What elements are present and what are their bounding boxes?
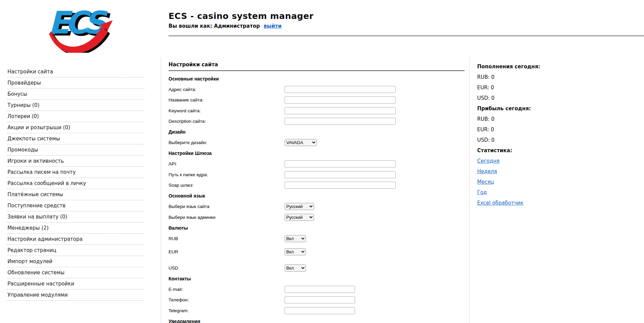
section-header-notifications: Уведомления	[169, 316, 469, 323]
field-label: Путь к папке ядра:	[169, 172, 285, 177]
field-label: RUB	[169, 236, 285, 241]
site-address-input[interactable]	[285, 86, 396, 93]
ecs-logo: ECS	[48, 7, 116, 51]
sidebar-item[interactable]: Турниры (0)	[7, 100, 145, 111]
sidebar-item[interactable]: Платёжные системы	[7, 189, 145, 200]
admin-language-select[interactable]: Русский	[285, 214, 314, 221]
api-input[interactable]	[285, 160, 396, 167]
form-row: API:	[169, 159, 469, 169]
field-label: Keyword сайта:	[169, 108, 285, 113]
stats-value: EUR: 0	[477, 82, 629, 93]
site-language-select[interactable]: Русский	[285, 203, 314, 210]
stats-profit-header: Прибыль сегодня:	[477, 103, 629, 114]
sidebar-item[interactable]: Управление модулями	[7, 290, 145, 301]
form-row: Выбери язык сайта Русский	[169, 201, 469, 212]
email-input[interactable]	[285, 286, 355, 293]
form-row: E-mail:	[169, 284, 469, 295]
field-label: Адрес сайта:	[169, 87, 285, 92]
sidebar-item[interactable]: Настройки сайта	[7, 66, 145, 77]
login-status-text: Вы вошли как: Администратор	[169, 23, 260, 29]
phone-input[interactable]	[285, 296, 355, 303]
section-header-basic: Основные настройки	[169, 73, 469, 84]
section-header-currencies: Валюты	[169, 223, 469, 233]
sidebar-item[interactable]: Джекпоты системы	[7, 133, 145, 144]
telegram-input[interactable]	[285, 307, 355, 314]
form-row: Телефон:	[169, 295, 469, 305]
field-label: Выбери язык сайта	[169, 204, 285, 209]
form-row: Адрес сайта:	[169, 84, 469, 95]
field-label: Soap шлюз:	[169, 183, 285, 188]
site-description-input[interactable]	[285, 118, 396, 125]
stats-deposits-header: Пополнения сегодня:	[477, 61, 629, 72]
form-row: Путь к папке ядра:	[169, 169, 469, 180]
stats-panel: Пополнения сегодня: RUB: 0 EUR: 0 USD: 0…	[477, 61, 629, 208]
form-row: Название сайта:	[169, 95, 469, 106]
sidebar-item[interactable]: Провайдеры	[7, 77, 145, 89]
login-status: Вы вошли как: Администратор выйти	[169, 23, 313, 29]
form-row: Выбери язык админки Русский	[169, 212, 469, 223]
field-label: E-mail:	[169, 287, 285, 292]
field-label: USD	[169, 266, 285, 271]
site-name-input[interactable]	[285, 96, 396, 103]
sidebar-item[interactable]: Менеджеры (2)	[7, 223, 145, 234]
sidebar-item[interactable]: Игроки и активность	[7, 156, 145, 167]
stats-link-week[interactable]: Неделя	[477, 168, 497, 175]
sidebar-item[interactable]: Лотереи (0)	[7, 111, 145, 122]
form-row: EUR Вкл	[169, 247, 469, 257]
section-header-contacts: Контакты	[169, 273, 469, 284]
stats-link-today[interactable]: Сегодня	[477, 158, 499, 164]
sidebar-item[interactable]: Импорт модулей	[7, 256, 145, 267]
field-label: Название сайта:	[169, 97, 285, 102]
form-row: USD Вкл	[169, 263, 469, 274]
soap-gateway-input[interactable]	[285, 182, 396, 189]
stats-link-excel[interactable]: Excel обработчик	[477, 200, 523, 206]
sidebar-item[interactable]: Промокоды	[7, 144, 145, 156]
form-row: Soap шлюз:	[169, 180, 469, 191]
admin-page: { "colors":{"link_blue":"#1767c8","logo_…	[0, 0, 644, 323]
core-path-input[interactable]	[285, 171, 396, 178]
page-title: ECS - casino system manager	[169, 11, 313, 21]
stats-value: USD: 0	[477, 135, 629, 145]
stats-statistics-header: Статистика:	[477, 145, 629, 156]
form-row: RUB Вкл	[169, 233, 469, 244]
site-settings-panel: Настройки сайта Основные настройки Адрес…	[161, 57, 470, 323]
sidebar-item[interactable]: Редактор страниц	[7, 245, 145, 256]
sidebar-item[interactable]: Рассылка сообщений в личку	[7, 178, 145, 189]
panel-divider	[169, 70, 465, 71]
form-row: Telegram:	[169, 305, 469, 316]
panel-title: Настройки сайта	[169, 62, 469, 68]
form-row: Выберите дизайн: VAVADA	[169, 137, 469, 148]
usd-select[interactable]: Вкл	[285, 264, 306, 272]
sidebar-item[interactable]: Настройки администратора	[7, 234, 145, 245]
rub-select[interactable]: Вкл	[285, 235, 306, 242]
sidebar-item[interactable]: Заявки на выплату (0)	[7, 211, 145, 223]
field-label: EUR	[169, 249, 285, 254]
sidebar-item[interactable]: Рассылка писем на почту	[7, 167, 145, 178]
field-label: Description сайта:	[169, 119, 285, 124]
logout-link[interactable]: выйти	[264, 23, 282, 29]
site-settings-form: Основные настройки Адрес сайта: Название…	[169, 73, 469, 323]
field-label: Телефон:	[169, 297, 285, 302]
sidebar-item[interactable]: Бонусы	[7, 89, 145, 100]
site-keyword-input[interactable]	[285, 107, 396, 114]
stats-value: RUB: 0	[477, 72, 629, 82]
field-label: Telegram:	[169, 308, 285, 313]
form-row: Description сайта:	[169, 116, 469, 127]
stats-link-month[interactable]: Месяц	[477, 179, 494, 185]
sidebar-item[interactable]: Расширенные настройки	[7, 278, 145, 290]
sidebar-item[interactable]: Акции и розыгрыши (0)	[7, 122, 145, 133]
form-row: Keyword сайта:	[169, 106, 469, 116]
header-divider	[169, 36, 644, 36]
header: ECS - casino system manager Вы вошли как…	[169, 11, 313, 29]
stats-link-year[interactable]: Год	[477, 189, 487, 195]
sidebar-item[interactable]: Поступление средств	[7, 200, 145, 211]
design-select[interactable]: VAVADA	[285, 139, 317, 146]
eur-select[interactable]: Вкл	[285, 248, 306, 255]
sidebar-item[interactable]: Обновление системы	[7, 267, 145, 278]
section-header-design: Дизайн	[169, 127, 469, 138]
field-label: API:	[169, 161, 285, 166]
section-header-language: Основной язык	[169, 191, 469, 202]
sidebar-nav: Настройки сайта Провайдеры Бонусы Турнир…	[7, 66, 145, 301]
stats-value: EUR: 0	[477, 124, 629, 135]
field-label: Выберите дизайн:	[169, 140, 285, 145]
